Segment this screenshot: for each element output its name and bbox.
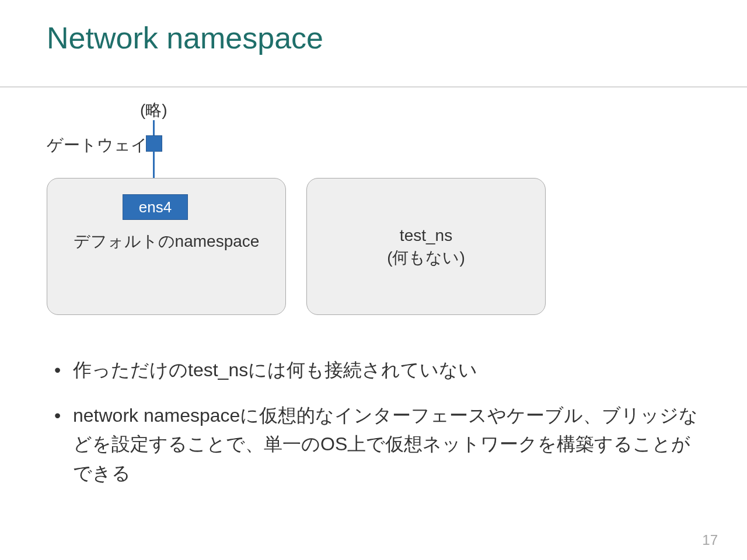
- interface-ens4: ens4: [123, 194, 188, 220]
- bullet-item: network namespaceに仮想的なインターフェースやケーブル、ブリッジ…: [50, 401, 706, 488]
- slide-title: Network namespace: [47, 20, 323, 55]
- page-number: 17: [702, 532, 718, 548]
- default-namespace-label: デフォルトのnamespace: [47, 230, 286, 253]
- title-rule: [0, 86, 747, 88]
- test-ns-note: (何もない): [387, 249, 465, 267]
- network-diagram: (略) ゲートウェイ ens4 デフォルトのnamespace test_ns …: [47, 93, 572, 344]
- bullet-list: 作っただけのtest_nsには何も接続されていない network namesp…: [50, 356, 706, 504]
- bullet-text: network namespaceに仮想的なインターフェースやケーブル、ブリッジ…: [73, 405, 698, 484]
- bullet-text: 作っただけのtest_nsには何も接続されていない: [73, 359, 477, 380]
- link-line-top: [153, 120, 155, 136]
- gateway-node-icon: [146, 135, 162, 152]
- gateway-label: ゲートウェイ: [47, 134, 148, 156]
- slide: Network namespace (略) ゲートウェイ ens4 デフォルトの…: [0, 0, 747, 560]
- bullet-item: 作っただけのtest_nsには何も接続されていない: [50, 356, 706, 385]
- test-namespace-label: test_ns (何もない): [306, 225, 546, 269]
- test-ns-name: test_ns: [400, 226, 452, 244]
- abbrev-label: (略): [140, 99, 167, 121]
